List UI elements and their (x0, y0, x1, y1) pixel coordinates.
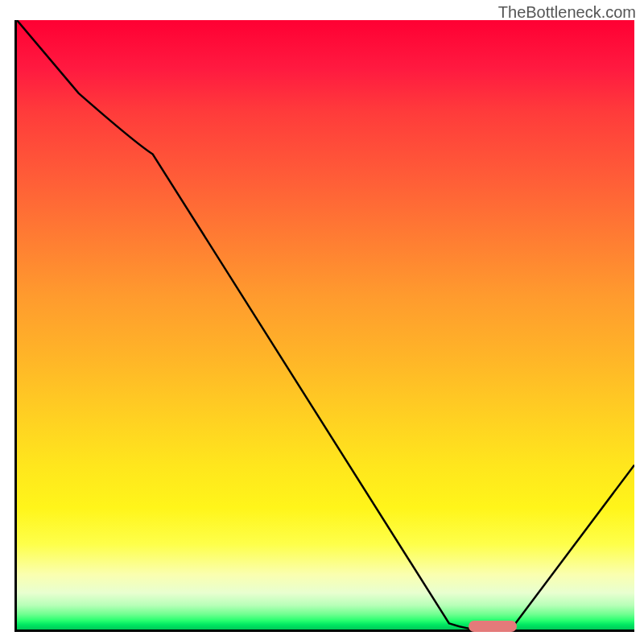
watermark-text: TheBottleneck.com (498, 3, 636, 22)
chart-line-layer (17, 20, 634, 630)
chart-plot-area (14, 20, 634, 632)
bottleneck-curve-line (17, 20, 634, 630)
optimal-point-marker (469, 621, 517, 632)
